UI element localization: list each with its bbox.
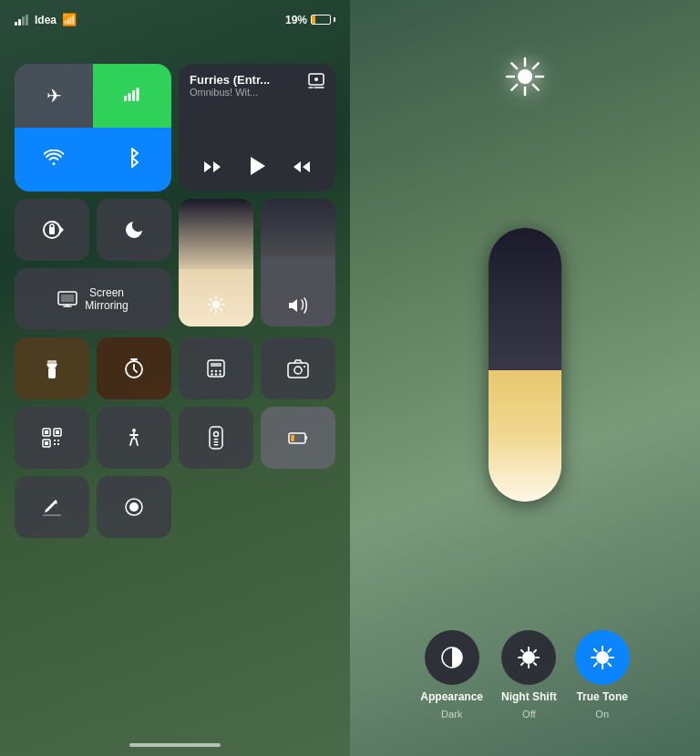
- forward-button[interactable]: [292, 159, 312, 180]
- svg-rect-50: [214, 444, 219, 446]
- svg-point-26: [211, 370, 212, 372]
- media-controls: [190, 155, 324, 182]
- timer-button[interactable]: [97, 337, 171, 399]
- home-indicator: [129, 743, 221, 747]
- volume-fill: [261, 256, 335, 326]
- svg-line-63: [533, 85, 539, 90]
- volume-slider[interactable]: [261, 199, 335, 326]
- svg-point-29: [211, 373, 212, 375]
- svg-point-45: [132, 429, 136, 432]
- play-button[interactable]: [247, 155, 267, 182]
- night-shift-label-main: Night Shift: [501, 690, 557, 703]
- edit-button[interactable]: [15, 476, 89, 538]
- battery-body: [311, 15, 331, 25]
- rewind-button[interactable]: [202, 159, 222, 180]
- svg-line-17: [220, 299, 221, 301]
- appearance-icon: [440, 646, 464, 669]
- cellular-icon: [123, 85, 141, 108]
- brightness-slider[interactable]: [179, 199, 253, 326]
- true-tone-label-sub: On: [595, 709, 609, 720]
- media-info: Furries (Entr... Omnibus! Wit...: [190, 73, 270, 98]
- edit-icon: [42, 497, 62, 517]
- svg-rect-36: [45, 430, 48, 434]
- svg-point-30: [215, 373, 217, 375]
- appearance-label-main: Appearance: [420, 690, 483, 703]
- calculator-button[interactable]: [179, 337, 253, 399]
- brightness-icon: [207, 295, 225, 314]
- cellular-button[interactable]: [93, 64, 171, 128]
- media-block: Furries (Entr... Omnibus! Wit...: [179, 64, 335, 192]
- svg-line-72: [521, 650, 523, 652]
- bottom-controls: Appearance Dark Night Shift Off: [420, 630, 629, 720]
- media-top: Furries (Entr... Omnibus! Wit...: [190, 73, 324, 98]
- airplane-mode-button[interactable]: ✈: [15, 64, 93, 128]
- remote-icon: [209, 426, 223, 450]
- svg-rect-1: [129, 93, 131, 101]
- svg-line-15: [211, 299, 212, 301]
- cast-icon[interactable]: [308, 73, 324, 93]
- screen-mirroring-label: ScreenMirroring: [85, 286, 128, 312]
- remote-button[interactable]: [179, 407, 253, 469]
- svg-line-74: [534, 650, 536, 652]
- signal-bars: [15, 15, 28, 26]
- screen-mirroring-button[interactable]: ScreenMirroring: [15, 268, 171, 330]
- true-tone-button[interactable]: [575, 630, 630, 685]
- night-shift-label-sub: Off: [522, 709, 535, 720]
- signal-bar-3: [22, 16, 25, 26]
- wifi-button[interactable]: [15, 128, 93, 192]
- battery-widget-icon: [288, 428, 308, 448]
- svg-line-16: [220, 308, 221, 310]
- battery-icon: [311, 15, 335, 25]
- svg-rect-52: [305, 436, 307, 440]
- svg-rect-22: [47, 360, 57, 365]
- flashlight-button[interactable]: [15, 337, 89, 399]
- screen-record-button[interactable]: [97, 476, 171, 538]
- connectivity-block: ✈: [15, 64, 171, 192]
- night-shift-control: Night Shift Off: [501, 630, 557, 720]
- moon-icon: [123, 219, 145, 241]
- signal-bar-1: [15, 22, 17, 26]
- status-bar: Idea 📶 19%: [15, 13, 335, 26]
- flashlight-icon: [43, 357, 61, 380]
- svg-line-65: [511, 85, 517, 90]
- media-title-label: Furries (Entr...: [190, 73, 270, 87]
- bluetooth-icon: [125, 148, 139, 172]
- qr-icon: [42, 428, 62, 448]
- svg-rect-48: [214, 439, 219, 440]
- svg-point-28: [219, 370, 221, 372]
- svg-rect-40: [45, 441, 48, 445]
- night-shift-button[interactable]: [501, 630, 556, 685]
- svg-rect-0: [124, 96, 127, 101]
- true-tone-control: True Tone On: [575, 630, 630, 720]
- rotation-lock-button[interactable]: [15, 199, 89, 261]
- calculator-icon: [206, 358, 226, 378]
- svg-line-62: [511, 63, 517, 68]
- svg-rect-42: [57, 440, 59, 441]
- svg-point-47: [214, 432, 219, 437]
- svg-rect-38: [56, 430, 59, 434]
- camera-button[interactable]: [261, 337, 335, 399]
- svg-point-33: [294, 367, 302, 374]
- bluetooth-button[interactable]: [93, 128, 171, 192]
- svg-rect-2: [132, 90, 135, 101]
- svg-line-64: [533, 63, 539, 68]
- appearance-button[interactable]: [425, 630, 479, 685]
- brightness-max-icon: [503, 55, 547, 98]
- battery-status-button[interactable]: [261, 407, 335, 469]
- appearance-control: Appearance Dark: [420, 630, 483, 720]
- svg-line-83: [608, 649, 611, 652]
- svg-rect-53: [291, 435, 294, 441]
- screen-mirror-icon: [57, 291, 77, 307]
- svg-line-75: [521, 663, 523, 665]
- wifi-icon: [44, 150, 64, 171]
- timer-icon: [123, 357, 145, 379]
- svg-point-76: [596, 651, 609, 664]
- do-not-disturb-button[interactable]: [97, 199, 171, 261]
- svg-point-57: [518, 69, 532, 84]
- airplane-icon: ✈: [46, 85, 62, 107]
- accessibility-button[interactable]: [97, 407, 171, 469]
- brightness-pill[interactable]: [489, 228, 561, 502]
- svg-line-73: [534, 663, 536, 665]
- svg-line-18: [211, 308, 212, 310]
- qr-scanner-button[interactable]: [15, 407, 89, 469]
